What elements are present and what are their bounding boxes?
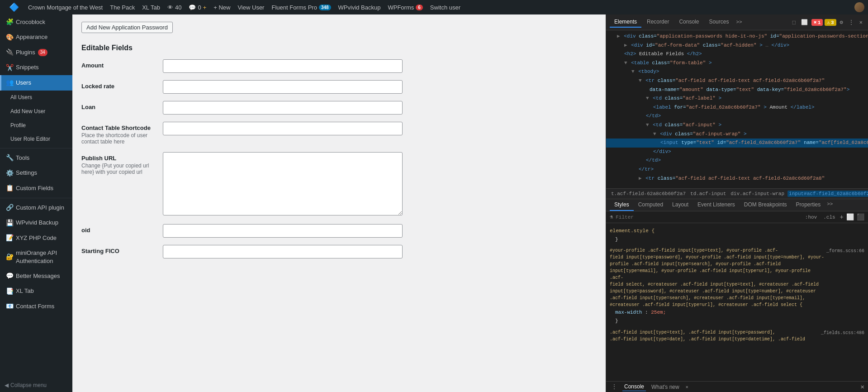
adminbar-visit-count[interactable]: 👁 40 xyxy=(164,0,185,14)
device-toggle-icon[interactable]: ⬜ xyxy=(799,18,810,27)
sidebar-item-xl-tab[interactable]: 📑 XL Tab xyxy=(0,284,72,299)
contact-table-shortcode-input[interactable] xyxy=(163,122,403,135)
sidebar-item-add-new-user[interactable]: Add New User xyxy=(0,105,72,119)
toggle-sidebar-icon[interactable]: ⬜ xyxy=(846,213,854,221)
bottom-tab-whats-new[interactable]: What's new xyxy=(650,383,681,391)
devtools-panel: Elements Recorder Console Sources >> ⬚ ⬜… xyxy=(606,14,868,392)
publish-url-textarea[interactable] xyxy=(163,152,403,215)
sidebar-item-users[interactable]: 👥 Users xyxy=(0,75,72,91)
breadcrumb-item-tr[interactable]: t.acf-field-62a8c6b60f2a7 xyxy=(610,191,687,197)
comment-icon: 💬 xyxy=(189,4,196,11)
devtools-tab-sources[interactable]: Sources xyxy=(704,17,733,28)
devtools-html-viewer[interactable]: ▶ <div class="application-passwords hide… xyxy=(606,30,868,188)
adminbar-view-user[interactable]: View User xyxy=(234,0,268,14)
sidebar-item-profile[interactable]: Profile xyxy=(0,119,72,133)
adminbar-wpforms[interactable]: WPForms 6 xyxy=(384,0,426,14)
sidebar-item-user-role-editor[interactable]: User Role Editor xyxy=(0,132,72,146)
sidebar-item-appearance[interactable]: 🎨 Appearance xyxy=(0,30,72,45)
bottom-bar-options-icon[interactable]: ⋮ xyxy=(610,382,619,391)
adminbar-new[interactable]: + New xyxy=(210,0,234,14)
sidebar-item-miniorange-api[interactable]: 🔐 miniOrange API Authentication xyxy=(0,246,72,268)
miniorange-icon: 🔐 xyxy=(6,253,13,262)
html-line[interactable]: <label for="acf-field_62a8c6b60f2a7" > A… xyxy=(606,103,868,112)
sidebar-item-contact-forms[interactable]: 📧 Contact Forms xyxy=(0,299,72,314)
field-label-col-loan: Loan xyxy=(81,101,163,110)
html-line[interactable]: </td> xyxy=(606,156,868,165)
devtools-tab-console[interactable]: Console xyxy=(674,17,703,28)
amount-input[interactable] xyxy=(163,59,403,73)
sidebar-item-crocoblock[interactable]: 🧩 Crocoblock xyxy=(0,14,72,30)
close-devtools-icon[interactable]: ✕ xyxy=(858,18,864,27)
sidebar-item-custom-fields[interactable]: 📋 Custom Fields xyxy=(0,181,72,196)
inspect-element-icon[interactable]: ⬚ xyxy=(791,18,797,27)
adminbar-site-name[interactable]: Crown Mortgage of the West xyxy=(24,0,106,14)
html-line[interactable]: </td> xyxy=(606,112,868,121)
custom-api-icon: 🔗 xyxy=(6,203,13,212)
settings-icon-devtools[interactable]: ⚙ xyxy=(838,18,845,27)
sidebar-item-better-messages[interactable]: 💬 Better Messages xyxy=(0,268,72,284)
wp-logo[interactable]: 🔷 xyxy=(4,0,24,14)
adminbar-comments[interactable]: 💬 0 + xyxy=(185,0,210,14)
sidebar-item-tools[interactable]: 🔧 Tools xyxy=(0,150,72,166)
html-line[interactable]: ▼ <td class="acf-input" > xyxy=(606,121,868,130)
html-line[interactable]: ▶ <div class="application-passwords hide… xyxy=(606,32,868,41)
locked-rate-input[interactable] xyxy=(163,80,403,94)
sidebar-item-snippets[interactable]: ✂️ Snippets xyxy=(0,60,72,76)
sidebar-collapse-button[interactable]: ◀ Collapse menu xyxy=(0,378,72,392)
sidebar-item-custom-api-plugin[interactable]: 🔗 Custom API plugin xyxy=(0,200,72,215)
breadcrumb-item-div[interactable]: div.acf-input-wrap xyxy=(729,191,786,197)
html-line[interactable]: <h2> Editable Fields </h2> xyxy=(606,50,868,59)
contact-forms-icon: 📧 xyxy=(6,302,13,311)
sidebar-item-settings[interactable]: ⚙️ Settings xyxy=(0,166,72,181)
devtools-tab-elements[interactable]: Elements xyxy=(610,17,641,28)
sidebar-item-plugins[interactable]: 🔌 Plugins 34 xyxy=(0,45,72,60)
loan-input[interactable] xyxy=(163,101,403,115)
more-subtabs-button[interactable]: >> xyxy=(825,199,835,211)
bottom-tab-console[interactable]: Console xyxy=(622,382,646,391)
html-line[interactable]: ▼ <tr class="acf-field acf-field-text ac… xyxy=(606,76,868,86)
adminbar-wpvivid[interactable]: WPvivid Backup xyxy=(335,0,384,14)
html-line[interactable]: ▼ <td class="acf-label" > xyxy=(606,94,868,103)
devtools-icon-group: ⬚ ⬜ ✖1 ⚠3 ⚙ ⋮ ✕ xyxy=(791,18,864,27)
breadcrumb-item-td[interactable]: td.acf-input xyxy=(689,191,727,197)
oid-input[interactable] xyxy=(163,224,403,238)
html-line[interactable]: data-name="amount" data-type="text" data… xyxy=(606,86,868,95)
devtools-tab-recorder[interactable]: Recorder xyxy=(642,17,674,28)
html-line[interactable]: </tr> xyxy=(606,165,868,174)
devtools-subtab-event-listeners[interactable]: Event Listeners xyxy=(693,199,740,211)
html-line[interactable]: </div> xyxy=(606,148,868,157)
add-new-application-password-button[interactable]: Add New Application Password xyxy=(81,22,173,33)
sidebar-item-all-users[interactable]: All Users xyxy=(0,91,72,105)
devtools-subtab-dom-breakpoints[interactable]: DOM Breakpoints xyxy=(740,199,792,211)
html-line-selected[interactable]: <input type="text" id="acf-field_62a8c6b… xyxy=(606,139,868,148)
bottom-tab-whats-new-close[interactable]: ✕ xyxy=(686,384,688,390)
html-line[interactable]: ▼ <table class="form-table" > xyxy=(606,59,868,68)
devtools-subtab-layout[interactable]: Layout xyxy=(668,199,693,211)
filter-cls-pseudo[interactable]: .cls xyxy=(821,214,837,220)
field-input-col-amount xyxy=(163,59,597,73)
html-line[interactable]: ▼ <tbody> xyxy=(606,67,868,76)
more-tabs-button[interactable]: >> xyxy=(734,19,744,25)
sidebar-item-xyz-php-code[interactable]: 📝 XYZ PHP Code xyxy=(0,230,72,246)
filter-hov-pseudo[interactable]: :hov xyxy=(803,214,819,220)
devtools-subtab-properties[interactable]: Properties xyxy=(792,199,825,211)
adminbar-the-pack[interactable]: The Pack xyxy=(106,0,138,14)
sidebar-item-wpvivid-backup[interactable]: 💾 WPvivid Backup xyxy=(0,215,72,231)
expand-styles-icon[interactable]: ⬛ xyxy=(857,213,864,221)
more-options-icon[interactable]: ⋮ xyxy=(847,18,856,27)
add-style-icon[interactable]: + xyxy=(840,214,844,221)
starting-fico-input[interactable] xyxy=(163,245,403,258)
styles-filter-input[interactable] xyxy=(616,215,801,220)
adminbar-xl-tab[interactable]: XL Tab xyxy=(138,0,164,14)
devtools-close-button[interactable]: ✕ xyxy=(861,383,864,391)
admin-avatar[interactable] xyxy=(854,2,864,12)
devtools-subtab-styles[interactable]: Styles xyxy=(610,199,634,211)
devtools-subtab-computed[interactable]: Computed xyxy=(634,199,668,211)
adminbar-switch-user[interactable]: Switch user xyxy=(427,0,464,14)
html-line[interactable]: ▼ <div class="acf-input-wrap" > xyxy=(606,130,868,139)
html-line[interactable]: ▶ <tr class="acf-field acf-field-text ac… xyxy=(606,174,868,183)
field-row-loan: Loan xyxy=(81,101,597,115)
html-line[interactable]: ▶ <div id="acf-form-data" class="acf-hid… xyxy=(606,41,868,50)
adminbar-fluent-forms[interactable]: Fluent Forms Pro 348 xyxy=(268,0,334,14)
breadcrumb-item-input[interactable]: input#acf-field_62a8c6b60f2a7 xyxy=(787,191,868,197)
